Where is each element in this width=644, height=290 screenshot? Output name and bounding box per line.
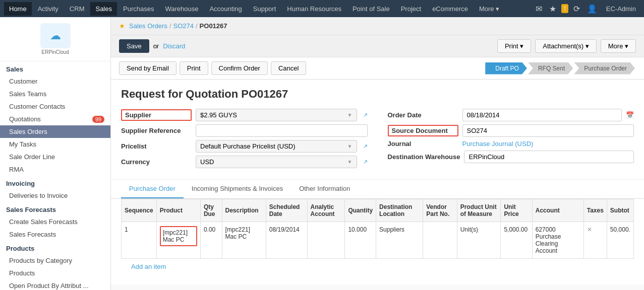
- calendar-icon[interactable]: 📅: [626, 111, 634, 119]
- send-by-email-button[interactable]: Send by Email: [119, 61, 177, 75]
- col-subtotal: Subtot: [607, 199, 633, 222]
- sidebar-item-sales-forecasts[interactable]: Sales Forecasts: [0, 228, 110, 241]
- pricelist-external-link[interactable]: ↗: [363, 143, 368, 150]
- col-product: Product: [156, 199, 200, 222]
- sidebar-item-rma[interactable]: RMA: [0, 163, 110, 176]
- order-date-input[interactable]: [462, 109, 622, 121]
- cell-unit-price: 5,000.00: [501, 222, 532, 259]
- sidebar-logo: ☁ ERPinCloud: [0, 17, 110, 61]
- sidebar-item-quotations[interactable]: Quotations 99: [0, 113, 110, 125]
- nav-activity[interactable]: Activity: [33, 2, 64, 16]
- attachments-button[interactable]: Attachment(s) ▾: [535, 39, 597, 53]
- refresh-icon[interactable]: ⟳: [571, 2, 582, 16]
- cell-scheduled-date: 08/19/2014: [266, 222, 307, 259]
- star-icon[interactable]: ★: [547, 2, 558, 16]
- cell-quantity: 10.000: [345, 222, 376, 259]
- add-item-link[interactable]: Add an item: [121, 259, 634, 274]
- discard-button[interactable]: Discard: [163, 42, 185, 50]
- nav-accounting[interactable]: Accounting: [204, 2, 247, 16]
- save-button[interactable]: Save: [119, 39, 149, 53]
- print-button[interactable]: Print ▾: [497, 39, 531, 53]
- cell-taxes[interactable]: ✕: [583, 222, 607, 259]
- sidebar-item-deliveries-to-invoice[interactable]: Deliveries to Invoice: [0, 189, 110, 202]
- supplier-label: Supplier: [121, 109, 192, 121]
- cell-vendor-part-no: [423, 222, 457, 259]
- supplier-ref-row: Supplier Reference: [121, 124, 368, 137]
- confirm-order-button[interactable]: Confirm Order: [211, 61, 268, 75]
- currency-value: USD: [200, 158, 214, 166]
- dest-warehouse-label: Destination Warehouse: [388, 153, 460, 161]
- nav-support[interactable]: Support: [248, 2, 281, 16]
- nav-pos[interactable]: Point of Sale: [347, 2, 395, 16]
- supplier-row: Supplier $2.95 GUYS ▼ ↗: [121, 109, 368, 121]
- pricelist-dropdown-arrow: ▼: [347, 143, 353, 149]
- cell-uom: Unit(s): [457, 222, 501, 259]
- tab-incoming-shipments[interactable]: Incoming Shipments & Invoices: [184, 180, 291, 198]
- sidebar-item-open-product-by-attr[interactable]: Open Product By Attribut ...: [0, 279, 110, 290]
- currency-external-link[interactable]: ↗: [363, 159, 368, 165]
- col-description: Description: [222, 199, 266, 222]
- product-cell-highlighted[interactable]: [mpc221] Mac PC: [160, 226, 197, 246]
- breadcrumb: ★ Sales Orders / SO274 / PO01267: [111, 17, 644, 35]
- more-button[interactable]: More ▾: [601, 39, 636, 53]
- breadcrumb-sep1: /: [169, 22, 171, 30]
- sidebar-item-products-by-category[interactable]: Products by Category: [0, 254, 110, 267]
- nav-purchases[interactable]: Purchases: [118, 2, 159, 16]
- tab-other-info[interactable]: Other Information: [291, 180, 358, 198]
- sidebar-item-sales-orders[interactable]: Sales Orders: [0, 125, 110, 138]
- journal-value[interactable]: Purchase Journal (USD): [462, 140, 534, 148]
- supplier-ref-input[interactable]: [196, 124, 368, 137]
- breadcrumb-so274[interactable]: SO274: [173, 22, 194, 30]
- logo-text: ERPinCloud: [41, 49, 69, 55]
- nav-sales[interactable]: Sales: [90, 2, 117, 16]
- currency-label: Currency: [121, 158, 192, 166]
- sidebar-item-create-sales-forecasts[interactable]: Create Sales Forecasts: [0, 215, 110, 228]
- print-action-button[interactable]: Print: [180, 61, 208, 75]
- sidebar-section-products: Products: [0, 241, 110, 254]
- status-rfq-sent[interactable]: RFQ Sent: [528, 62, 573, 75]
- order-date-label: Order Date: [388, 111, 458, 119]
- sidebar-item-sale-order-line[interactable]: Sale Order Line: [0, 151, 110, 163]
- mail-icon[interactable]: ✉: [534, 2, 544, 16]
- cancel-button[interactable]: Cancel: [271, 61, 306, 75]
- sidebar-item-my-tasks[interactable]: My Tasks: [0, 138, 110, 151]
- sidebar-item-products[interactable]: Products: [0, 267, 110, 279]
- pricelist-input[interactable]: Default Purchase Pricelist (USD) ▼: [196, 140, 357, 153]
- nav-hr[interactable]: Human Resources: [282, 2, 346, 16]
- main-content: ★ Sales Orders / SO274 / PO01267 Save or…: [111, 17, 644, 290]
- user-name[interactable]: EC-Admin: [602, 3, 640, 15]
- source-doc-input[interactable]: [462, 124, 634, 137]
- sidebar-item-customer-contacts[interactable]: Customer Contacts: [0, 100, 110, 113]
- user-icon[interactable]: 👤: [585, 2, 599, 16]
- sidebar-section-forecasts: Sales Forecasts: [0, 202, 110, 215]
- nav-warehouse[interactable]: Warehouse: [160, 2, 203, 16]
- sidebar-item-sales-teams[interactable]: Sales Teams: [0, 88, 110, 100]
- cell-analytic-account: [307, 222, 345, 259]
- delete-tax-icon[interactable]: ✕: [587, 226, 592, 233]
- currency-input[interactable]: USD ▼: [196, 156, 357, 168]
- cell-description: [mpc221] Mac PC: [222, 222, 266, 259]
- sidebar-item-customer[interactable]: Customer: [0, 75, 110, 88]
- supplier-external-link[interactable]: ↗: [363, 112, 368, 118]
- nav-ecommerce[interactable]: eCommerce: [427, 2, 473, 16]
- col-analytic-account: Analytic Account: [307, 199, 345, 222]
- nav-crm[interactable]: CRM: [65, 2, 90, 16]
- journal-label: Journal: [388, 140, 458, 148]
- action-bar: Send by Email Print Confirm Order Cancel…: [111, 57, 644, 80]
- tab-purchase-order[interactable]: Purchase Order: [121, 180, 184, 198]
- sidebar-section-invoicing: Invoicing: [0, 176, 110, 189]
- breadcrumb-star[interactable]: ★: [119, 22, 125, 30]
- alert-icon[interactable]: !: [561, 4, 568, 13]
- status-purchase-order[interactable]: Purchase Order: [574, 62, 635, 75]
- nav-more[interactable]: More ▾: [474, 2, 504, 16]
- order-date-row: Order Date 📅: [388, 109, 634, 121]
- nav-project[interactable]: Project: [396, 2, 426, 16]
- dest-warehouse-input[interactable]: [464, 151, 634, 163]
- status-draft-po[interactable]: Draft PO: [485, 62, 527, 75]
- breadcrumb-sales-orders[interactable]: Sales Orders: [129, 22, 167, 30]
- supplier-input[interactable]: $2.95 GUYS ▼: [196, 109, 357, 121]
- cell-product[interactable]: [mpc221] Mac PC: [156, 222, 200, 259]
- nav-home[interactable]: Home: [4, 2, 32, 16]
- breadcrumb-current: PO01267: [200, 22, 227, 30]
- top-navigation: Home Activity CRM Sales Purchases Wareho…: [0, 0, 644, 17]
